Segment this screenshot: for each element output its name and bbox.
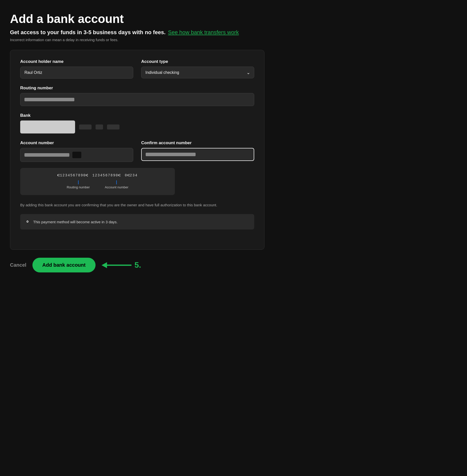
account-type-label: Account type — [141, 59, 254, 64]
check-diagram: ⑆1234567890⑆ 1234567890⑆ 0⑆234 Routing n… — [20, 168, 175, 195]
confirm-account-label: Confirm account number — [141, 140, 254, 145]
confirm-account-redacted — [146, 153, 196, 156]
account-holder-input[interactable] — [20, 67, 133, 79]
step-annotation: 5. — [102, 260, 141, 270]
bank-name-redacted-1 — [79, 124, 92, 129]
account-type-select[interactable]: Individual checking Individual savings B… — [141, 67, 254, 78]
routing-diagram-label: Routing number — [67, 185, 90, 189]
account-label-item: Account number — [105, 180, 128, 189]
account-number-label: Account number — [20, 140, 133, 145]
add-bank-account-button[interactable]: Add bank account — [32, 258, 96, 272]
check-segment-transit: ⑆1234567890⑆ — [56, 173, 89, 178]
routing-redacted-value — [24, 98, 74, 101]
arrow-left-icon — [102, 261, 131, 269]
bank-logo-placeholder — [20, 120, 75, 133]
step-number: 5. — [134, 260, 141, 270]
account-diagram-label: Account number — [105, 185, 128, 189]
bank-label: Bank — [20, 113, 254, 118]
svg-marker-1 — [102, 262, 107, 268]
bank-transfers-link[interactable]: See how bank transfers work — [168, 29, 239, 36]
routing-number-label: Routing number — [20, 86, 254, 91]
account-type-wrapper: Individual checking Individual savings B… — [141, 67, 254, 78]
check-segment-check: 0⑆234 — [124, 173, 139, 178]
page-title: Add a bank account — [10, 12, 264, 26]
routing-label-item: Routing number — [67, 180, 90, 189]
info-banner-text: This payment method will become active i… — [33, 220, 118, 224]
form-card: Account holder name Account type Individ… — [10, 50, 264, 250]
check-segment-account: 1234567890⑆ — [91, 173, 122, 178]
lightbulb-icon: ⚬ — [25, 219, 30, 225]
subtitle-text: Get access to your funds in 3-5 business… — [10, 29, 166, 36]
account-number-redacted — [24, 153, 69, 157]
bank-name-redacted-2 — [96, 124, 103, 129]
info-banner: ⚬ This payment method will become active… — [20, 214, 254, 230]
authorization-text: By adding this bank account you are conf… — [20, 202, 254, 208]
disclaimer-text: Incorrect information can mean a delay i… — [10, 38, 264, 42]
cancel-button[interactable]: Cancel — [10, 262, 26, 268]
actions-row: Cancel Add bank account 5. — [10, 258, 264, 272]
account-holder-label: Account holder name — [20, 59, 133, 64]
toggle-account-visibility-icon[interactable] — [72, 152, 81, 158]
bank-name-redacted-3 — [107, 124, 119, 129]
